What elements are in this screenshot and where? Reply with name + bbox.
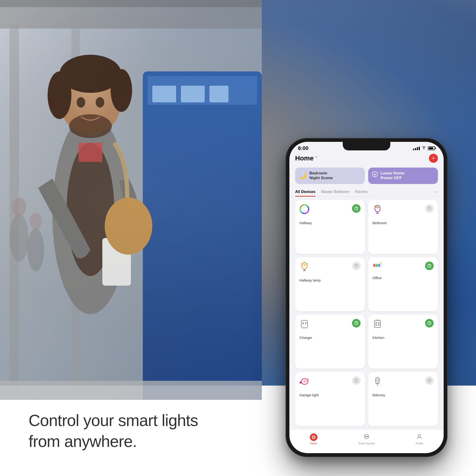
leave-home-power-off-button[interactable]: Leave HomePower OFF — [368, 168, 438, 184]
charger-icon — [299, 319, 309, 330]
svg-rect-78 — [299, 382, 302, 383]
nav-smart-scenes-label: Smart Scenes — [358, 442, 375, 445]
device-card-office[interactable]: Office — [368, 257, 438, 311]
svg-rect-61 — [301, 327, 307, 329]
charger-name: Charger — [299, 336, 360, 340]
hallway-lamp-power-btn[interactable] — [352, 262, 360, 270]
svg-point-29 — [300, 205, 309, 214]
svg-rect-69 — [375, 324, 377, 325]
signal-bar-1 — [413, 149, 414, 150]
battery-icon — [428, 146, 435, 150]
svg-rect-9 — [209, 86, 228, 102]
kitchen-icon — [373, 319, 382, 330]
add-button[interactable]: + — [429, 154, 438, 163]
nav-home[interactable]: Home — [310, 433, 318, 445]
svg-rect-55 — [378, 264, 380, 267]
hallway-power-btn[interactable] — [352, 204, 360, 213]
tagline-line1: Control your smart lights — [29, 411, 198, 429]
svg-point-16 — [48, 71, 71, 119]
home-title: Home ˅ — [295, 154, 317, 162]
phone-outer-shell: 6:00 — [286, 138, 447, 457]
nav-home-label: Home — [310, 442, 317, 445]
signal-bar-4 — [419, 147, 420, 150]
svg-point-92 — [418, 434, 421, 437]
bedroom-power-btn[interactable] — [425, 204, 434, 213]
chevron-down-icon[interactable]: ˅ — [315, 156, 317, 161]
svg-point-25 — [27, 228, 44, 271]
person-icon — [416, 433, 423, 441]
device-card-balcony[interactable]: Balcony — [368, 372, 438, 426]
charger-power-btn[interactable] — [352, 319, 360, 327]
balcony-name: Balcony — [373, 393, 434, 397]
svg-rect-66 — [374, 320, 381, 327]
svg-rect-8 — [181, 86, 205, 102]
svg-rect-2 — [0, 0, 262, 7]
svg-point-26 — [30, 213, 42, 230]
app-content: Home ˅ + 🌙 BedroomNight Scene — [289, 151, 444, 451]
office-name: Office — [373, 276, 434, 280]
tabs-bar: All Devices Master Bedroom Kitchen ··· — [289, 187, 444, 197]
svg-point-27 — [424, 149, 424, 150]
nav-smart-scenes[interactable]: Smart Scenes — [358, 433, 375, 445]
moon-icon: 🌙 — [299, 172, 306, 179]
svg-rect-59 — [303, 322, 304, 324]
main-container: Control your smart lights from anywhere.… — [0, 0, 476, 476]
kitchen-power-btn[interactable] — [425, 319, 434, 327]
device-card-charger[interactable]: Charger — [295, 315, 365, 369]
svg-rect-10 — [0, 381, 262, 400]
device-card-hallway[interactable]: Hallway — [295, 200, 365, 254]
globe-home-icon — [310, 433, 318, 441]
kitchen-name: Kitchen — [373, 336, 434, 340]
svg-marker-91 — [364, 436, 369, 439]
nav-profile[interactable]: Profile — [416, 433, 423, 445]
device-grid: Hallway — [289, 197, 444, 429]
svg-point-44 — [303, 264, 306, 266]
device-card-kitchen[interactable]: Kitchen — [368, 315, 438, 369]
status-time: 6:00 — [298, 145, 308, 151]
svg-point-39 — [378, 206, 380, 207]
svg-point-24 — [12, 198, 26, 217]
svg-point-22 — [105, 198, 152, 255]
phone-mockup: 6:00 — [286, 138, 447, 457]
device-card-garage-light[interactable]: Garage light — [295, 372, 365, 426]
tab-kitchen[interactable]: Kitchen — [355, 187, 368, 196]
tagline-line2: from anywhere. — [29, 432, 137, 450]
device-card-bedroom[interactable]: Bedroom — [368, 200, 438, 254]
balcony-power-btn[interactable] — [425, 376, 434, 385]
svg-rect-70 — [378, 324, 380, 325]
leave-home-label: Leave HomePower OFF — [381, 171, 404, 181]
phone-notch — [343, 142, 390, 151]
svg-point-38 — [375, 206, 376, 207]
office-power-btn[interactable] — [425, 262, 434, 270]
svg-point-18 — [77, 97, 85, 108]
app-header: Home ˅ + — [289, 151, 444, 165]
svg-rect-53 — [374, 264, 375, 267]
device-card-hallway-lamp[interactable]: Hallway lamp — [295, 257, 365, 311]
phone-screen: 6:00 — [289, 142, 444, 453]
svg-rect-68 — [378, 322, 380, 323]
svg-point-19 — [96, 97, 104, 108]
svg-rect-54 — [376, 264, 378, 267]
tab-master-bedroom[interactable]: Master Bedroom — [321, 187, 349, 196]
bedroom-icon — [373, 204, 382, 215]
status-icons — [413, 146, 435, 151]
garage-light-icon — [299, 376, 309, 387]
tabs-more-icon[interactable]: ··· — [434, 189, 438, 195]
svg-rect-58 — [301, 320, 307, 327]
wifi-icon — [422, 146, 426, 151]
lightning-icon — [372, 171, 378, 180]
balcony-icon — [373, 376, 382, 387]
tab-all-devices[interactable]: All Devices — [295, 187, 315, 196]
signal-bar-2 — [415, 148, 416, 150]
bedroom-night-scene-button[interactable]: 🌙 BedroomNight Scene — [295, 168, 365, 184]
svg-point-20 — [69, 114, 112, 138]
svg-rect-7 — [152, 86, 176, 102]
garage-light-power-btn[interactable] — [352, 376, 360, 385]
svg-point-83 — [376, 379, 379, 381]
svg-rect-71 — [376, 320, 377, 321]
svg-rect-72 — [378, 320, 379, 321]
layers-icon — [363, 433, 370, 441]
bedroom-name: Bedroom — [373, 221, 434, 225]
bottom-navigation: Home Smart Scenes — [289, 429, 444, 451]
svg-rect-60 — [305, 322, 306, 324]
